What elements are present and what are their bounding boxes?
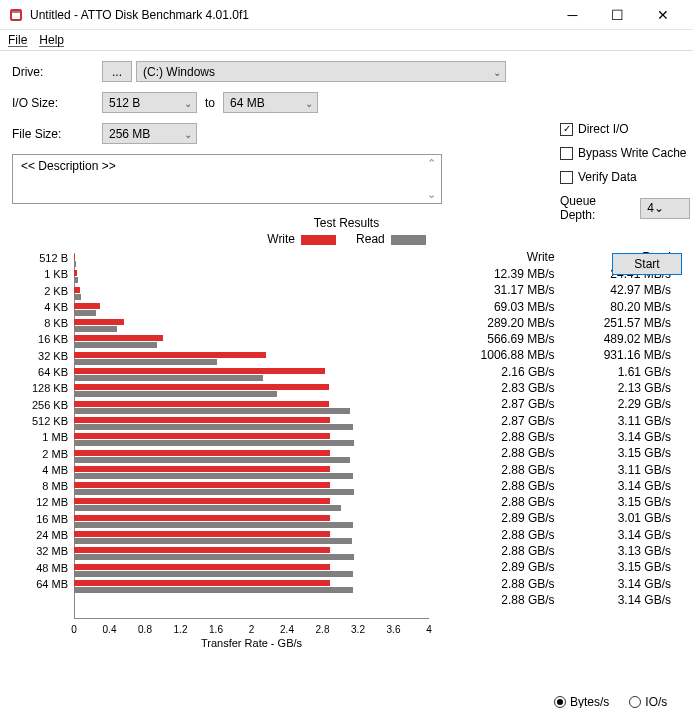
- table-row: 2.88 GB/s3.15 GB/s: [448, 445, 681, 461]
- read-value: 3.15 GB/s: [565, 494, 681, 510]
- drive-browse-button[interactable]: ...: [102, 61, 132, 82]
- read-value: 3.11 GB/s: [565, 462, 681, 478]
- read-bar: [74, 489, 354, 495]
- io-per-sec-radio[interactable]: IO/s: [629, 695, 667, 708]
- read-value: 489.02 MB/s: [565, 331, 681, 347]
- read-bar: [74, 424, 353, 430]
- table-row: 2.88 GB/s3.14 GB/s: [448, 478, 681, 494]
- table-row: 2.88 GB/s3.15 GB/s: [448, 494, 681, 510]
- chart-legend: Write Read: [12, 232, 681, 246]
- write-value: 2.89 GB/s: [448, 559, 564, 575]
- chevron-down-icon: ⌄: [654, 201, 664, 215]
- table-row: 566.69 MB/s489.02 MB/s: [448, 331, 681, 347]
- y-tick-label: 4 KB: [12, 299, 72, 315]
- write-bar: [74, 450, 330, 456]
- write-bar: [74, 319, 124, 325]
- read-value: 80.20 MB/s: [565, 299, 681, 315]
- read-value: 3.14 GB/s: [565, 527, 681, 543]
- read-value: 3.14 GB/s: [565, 592, 681, 608]
- drive-select[interactable]: (C:) Windows ⌄: [136, 61, 506, 82]
- read-bar: [74, 310, 96, 316]
- menu-help[interactable]: Help: [39, 33, 64, 47]
- read-bar: [74, 571, 353, 577]
- y-tick-label: 24 MB: [12, 527, 72, 543]
- description-input[interactable]: << Description >> ⌃⌄: [12, 154, 442, 204]
- write-bar: [74, 335, 163, 341]
- start-button[interactable]: Start: [612, 253, 682, 275]
- maximize-button[interactable]: ☐: [595, 0, 640, 30]
- write-value: 1006.88 MB/s: [448, 347, 564, 363]
- write-value: 289.20 MB/s: [448, 315, 564, 331]
- svg-rect-2: [12, 11, 20, 13]
- bytes-per-sec-radio[interactable]: Bytes/s: [554, 695, 609, 708]
- table-row: 289.20 MB/s251.57 MB/s: [448, 315, 681, 331]
- y-tick-label: 2 MB: [12, 446, 72, 462]
- read-bar: [74, 375, 263, 381]
- read-bar: [74, 359, 217, 365]
- read-value: 3.14 GB/s: [565, 478, 681, 494]
- checkbox-icon: [560, 171, 573, 184]
- table-row: 2.16 GB/s1.61 GB/s: [448, 364, 681, 380]
- table-row: 2.89 GB/s3.15 GB/s: [448, 559, 681, 575]
- read-value: 3.11 GB/s: [565, 413, 681, 429]
- radio-icon: [554, 696, 566, 708]
- read-bar: [74, 554, 354, 560]
- titlebar: Untitled - ATTO Disk Benchmark 4.01.0f1 …: [0, 0, 693, 30]
- verify-checkbox[interactable]: Verify Data: [560, 170, 690, 184]
- table-row: 2.88 GB/s3.13 GB/s: [448, 543, 681, 559]
- write-value: 2.87 GB/s: [448, 413, 564, 429]
- read-swatch: [391, 235, 426, 245]
- y-tick-label: 512 KB: [12, 413, 72, 429]
- read-value: 2.13 GB/s: [565, 380, 681, 396]
- write-value: 69.03 MB/s: [448, 299, 564, 315]
- read-value: 1.61 GB/s: [565, 364, 681, 380]
- direct-io-checkbox[interactable]: ✓ Direct I/O: [560, 122, 690, 136]
- write-value: 2.88 GB/s: [448, 576, 564, 592]
- table-row: 2.87 GB/s3.11 GB/s: [448, 413, 681, 429]
- y-tick-label: 64 KB: [12, 364, 72, 380]
- y-tick-label: 48 MB: [12, 560, 72, 576]
- read-bar: [74, 391, 277, 397]
- y-tick-label: 4 MB: [12, 462, 72, 478]
- write-value: 2.88 GB/s: [448, 445, 564, 461]
- table-row: 1006.88 MB/s931.16 MB/s: [448, 347, 681, 363]
- write-bar: [74, 466, 330, 472]
- io-from-select[interactable]: 512 B⌄: [102, 92, 197, 113]
- write-value: 2.88 GB/s: [448, 527, 564, 543]
- menubar: File Help: [0, 30, 693, 51]
- bypass-checkbox[interactable]: Bypass Write Cache: [560, 146, 690, 160]
- write-swatch: [301, 235, 336, 245]
- read-bar: [74, 261, 76, 267]
- chevron-down-icon: ⌄: [493, 66, 501, 77]
- drive-label: Drive:: [12, 65, 102, 79]
- read-bar: [74, 538, 352, 544]
- read-value: 42.97 MB/s: [565, 282, 681, 298]
- chevron-down-icon: ⌄: [184, 97, 192, 108]
- radio-icon: [629, 696, 641, 708]
- menu-file[interactable]: File: [8, 33, 27, 47]
- results-chart: 512 B1 KB2 KB4 KB8 KB16 KB32 KB64 KB128 …: [12, 250, 436, 645]
- y-tick-label: 32 KB: [12, 348, 72, 364]
- drive-value: (C:) Windows: [143, 65, 215, 79]
- y-tick-label: 16 MB: [12, 511, 72, 527]
- queue-depth-label: Queue Depth:: [560, 194, 634, 222]
- write-value: 31.17 MB/s: [448, 282, 564, 298]
- chevron-down-icon: ⌄: [305, 97, 313, 108]
- minimize-button[interactable]: ─: [550, 0, 595, 30]
- write-bar: [74, 384, 329, 390]
- read-value: 3.13 GB/s: [565, 543, 681, 559]
- scrollbar[interactable]: ⌃⌄: [423, 157, 439, 201]
- read-bar: [74, 408, 350, 414]
- window-title: Untitled - ATTO Disk Benchmark 4.01.0f1: [30, 8, 550, 22]
- io-to-select[interactable]: 64 MB⌄: [223, 92, 318, 113]
- queue-depth-select[interactable]: 4⌄: [640, 198, 690, 219]
- close-button[interactable]: ✕: [640, 0, 685, 30]
- table-row: 2.87 GB/s2.29 GB/s: [448, 396, 681, 412]
- filesize-select[interactable]: 256 MB⌄: [102, 123, 197, 144]
- y-tick-label: 12 MB: [12, 494, 72, 510]
- write-bar: [74, 368, 325, 374]
- y-tick-label: 2 KB: [12, 283, 72, 299]
- write-bar: [74, 352, 266, 358]
- read-value: 3.14 GB/s: [565, 429, 681, 445]
- read-bar: [74, 457, 350, 463]
